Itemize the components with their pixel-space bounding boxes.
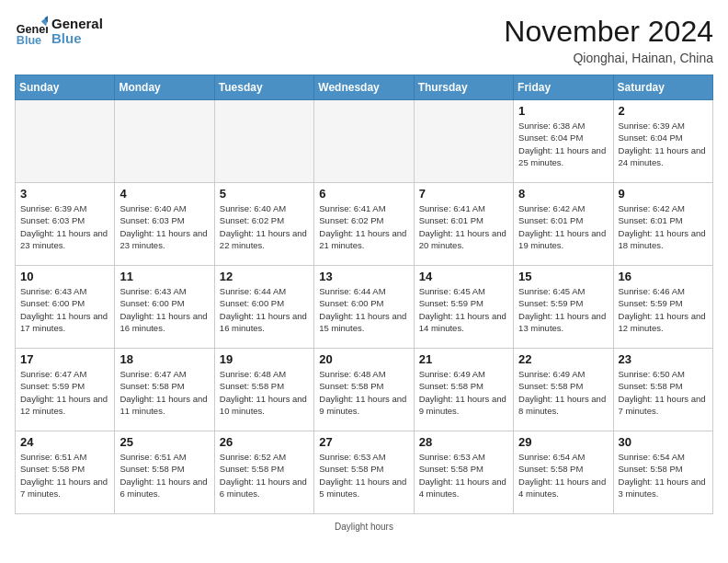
- calendar-cell: 28Sunrise: 6:53 AMSunset: 5:58 PMDayligh…: [414, 431, 513, 514]
- day-header-saturday: Saturday: [613, 75, 712, 100]
- day-number: 6: [319, 187, 408, 201]
- svg-text:Blue: Blue: [17, 34, 41, 47]
- day-number: 29: [518, 435, 608, 449]
- calendar-cell: 4Sunrise: 6:40 AMSunset: 6:03 PMDaylight…: [115, 183, 214, 266]
- day-number: 10: [20, 270, 109, 283]
- calendar-cell: 20Sunrise: 6:48 AMSunset: 5:58 PMDayligh…: [314, 349, 414, 431]
- day-detail: Sunrise: 6:48 AMSunset: 5:58 PMDaylight:…: [319, 368, 408, 417]
- day-detail: Sunrise: 6:51 AMSunset: 5:58 PMDaylight:…: [119, 451, 209, 500]
- day-detail: Sunrise: 6:54 AMSunset: 5:58 PMDaylight:…: [518, 451, 608, 500]
- day-headers: SundayMondayTuesdayWednesdayThursdayFrid…: [16, 75, 713, 100]
- day-detail: Sunrise: 6:49 AMSunset: 5:58 PMDaylight:…: [518, 368, 608, 417]
- calendar-cell: 6Sunrise: 6:41 AMSunset: 6:02 PMDaylight…: [314, 183, 414, 266]
- day-detail: Sunrise: 6:39 AMSunset: 6:04 PMDaylight:…: [619, 120, 708, 168]
- day-number: 9: [619, 187, 708, 201]
- logo-icon: General Blue: [15, 15, 48, 48]
- day-detail: Sunrise: 6:38 AMSunset: 6:04 PMDaylight:…: [518, 120, 608, 168]
- calendar-cell: 12Sunrise: 6:44 AMSunset: 6:00 PMDayligh…: [214, 266, 313, 349]
- day-detail: Sunrise: 6:48 AMSunset: 5:58 PMDaylight:…: [220, 368, 309, 417]
- day-header-friday: Friday: [514, 75, 613, 100]
- day-number: 20: [319, 352, 408, 366]
- title-block: November 2024 Qionghai, Hainan, China: [504, 15, 713, 65]
- calendar-cell: [214, 100, 313, 183]
- calendar-cell: 19Sunrise: 6:48 AMSunset: 5:58 PMDayligh…: [214, 349, 313, 431]
- day-number: 28: [419, 435, 508, 449]
- day-detail: Sunrise: 6:40 AMSunset: 6:02 PMDaylight:…: [220, 202, 309, 251]
- calendar-cell: 7Sunrise: 6:41 AMSunset: 6:01 PMDaylight…: [414, 183, 513, 266]
- day-detail: Sunrise: 6:42 AMSunset: 6:01 PMDaylight:…: [518, 202, 608, 251]
- day-number: 1: [518, 104, 608, 118]
- logo-general: General: [51, 17, 103, 32]
- day-number: 23: [619, 352, 708, 366]
- calendar-cell: 16Sunrise: 6:46 AMSunset: 5:59 PMDayligh…: [613, 266, 712, 349]
- day-detail: Sunrise: 6:46 AMSunset: 5:59 PMDaylight:…: [619, 285, 708, 334]
- day-number: 27: [319, 435, 408, 449]
- day-detail: Sunrise: 6:49 AMSunset: 5:58 PMDaylight:…: [419, 368, 508, 417]
- calendar-cell: 15Sunrise: 6:45 AMSunset: 5:59 PMDayligh…: [514, 266, 613, 349]
- day-detail: Sunrise: 6:44 AMSunset: 6:00 PMDaylight:…: [319, 285, 408, 334]
- day-number: 8: [518, 187, 608, 201]
- day-detail: Sunrise: 6:47 AMSunset: 5:59 PMDaylight:…: [20, 368, 109, 417]
- calendar-cell: 2Sunrise: 6:39 AMSunset: 6:04 PMDaylight…: [613, 100, 712, 183]
- day-number: 16: [619, 270, 708, 283]
- day-header-tuesday: Tuesday: [214, 75, 313, 100]
- day-detail: Sunrise: 6:47 AMSunset: 5:58 PMDaylight:…: [119, 368, 209, 417]
- day-detail: Sunrise: 6:44 AMSunset: 6:00 PMDaylight:…: [220, 285, 309, 334]
- month-title: November 2024: [504, 15, 713, 49]
- daylight-note: Daylight hours: [15, 522, 713, 532]
- calendar-cell: 5Sunrise: 6:40 AMSunset: 6:02 PMDaylight…: [214, 183, 313, 266]
- day-number: 13: [319, 270, 408, 283]
- calendar-week-2: 3Sunrise: 6:39 AMSunset: 6:03 PMDaylight…: [16, 183, 713, 266]
- calendar-cell: 25Sunrise: 6:51 AMSunset: 5:58 PMDayligh…: [115, 431, 214, 514]
- day-number: 21: [419, 352, 508, 366]
- day-number: 18: [119, 352, 209, 366]
- day-number: 30: [619, 435, 708, 449]
- day-number: 15: [518, 270, 608, 283]
- calendar-cell: [16, 100, 115, 183]
- calendar-cell: 10Sunrise: 6:43 AMSunset: 6:00 PMDayligh…: [16, 266, 115, 349]
- day-number: 7: [419, 187, 508, 201]
- calendar-cell: [314, 100, 414, 183]
- calendar-cell: 30Sunrise: 6:54 AMSunset: 5:58 PMDayligh…: [613, 431, 712, 514]
- calendar-week-5: 24Sunrise: 6:51 AMSunset: 5:58 PMDayligh…: [16, 431, 713, 514]
- calendar-cell: 23Sunrise: 6:50 AMSunset: 5:58 PMDayligh…: [613, 349, 712, 431]
- day-header-monday: Monday: [115, 75, 214, 100]
- calendar-cell: 24Sunrise: 6:51 AMSunset: 5:58 PMDayligh…: [16, 431, 115, 514]
- logo-blue: Blue: [51, 31, 103, 47]
- day-number: 19: [220, 352, 309, 366]
- day-number: 2: [619, 104, 708, 118]
- calendar-cell: 1Sunrise: 6:38 AMSunset: 6:04 PMDaylight…: [514, 100, 613, 183]
- day-detail: Sunrise: 6:40 AMSunset: 6:03 PMDaylight:…: [119, 202, 209, 251]
- calendar-cell: 27Sunrise: 6:53 AMSunset: 5:58 PMDayligh…: [314, 431, 414, 514]
- day-detail: Sunrise: 6:53 AMSunset: 5:58 PMDaylight:…: [319, 451, 408, 500]
- day-number: 22: [518, 352, 608, 366]
- calendar-week-1: 1Sunrise: 6:38 AMSunset: 6:04 PMDaylight…: [16, 100, 713, 183]
- day-detail: Sunrise: 6:39 AMSunset: 6:03 PMDaylight:…: [20, 202, 109, 251]
- calendar-cell: 18Sunrise: 6:47 AMSunset: 5:58 PMDayligh…: [115, 349, 214, 431]
- day-detail: Sunrise: 6:43 AMSunset: 6:00 PMDaylight:…: [20, 285, 109, 334]
- calendar-cell: 9Sunrise: 6:42 AMSunset: 6:01 PMDaylight…: [613, 183, 712, 266]
- calendar-cell: [115, 100, 214, 183]
- day-number: 4: [119, 187, 209, 201]
- calendar-cell: 3Sunrise: 6:39 AMSunset: 6:03 PMDaylight…: [16, 183, 115, 266]
- day-header-sunday: Sunday: [16, 75, 115, 100]
- day-detail: Sunrise: 6:43 AMSunset: 6:00 PMDaylight:…: [119, 285, 209, 334]
- calendar-week-3: 10Sunrise: 6:43 AMSunset: 6:00 PMDayligh…: [16, 266, 713, 349]
- day-number: 24: [20, 435, 109, 449]
- calendar-cell: 21Sunrise: 6:49 AMSunset: 5:58 PMDayligh…: [414, 349, 513, 431]
- calendar-week-4: 17Sunrise: 6:47 AMSunset: 5:59 PMDayligh…: [16, 349, 713, 431]
- calendar-cell: 13Sunrise: 6:44 AMSunset: 6:00 PMDayligh…: [314, 266, 414, 349]
- day-number: 25: [119, 435, 209, 449]
- day-detail: Sunrise: 6:52 AMSunset: 5:58 PMDaylight:…: [220, 451, 309, 500]
- day-number: 17: [20, 352, 109, 366]
- day-detail: Sunrise: 6:42 AMSunset: 6:01 PMDaylight:…: [619, 202, 708, 251]
- calendar-cell: 8Sunrise: 6:42 AMSunset: 6:01 PMDaylight…: [514, 183, 613, 266]
- day-number: 3: [20, 187, 109, 201]
- header: General Blue General Blue November 2024 …: [15, 15, 713, 65]
- calendar-cell: [414, 100, 513, 183]
- day-detail: Sunrise: 6:50 AMSunset: 5:58 PMDaylight:…: [619, 368, 708, 417]
- location: Qionghai, Hainan, China: [504, 51, 713, 65]
- logo: General Blue General Blue: [15, 15, 103, 48]
- day-number: 5: [220, 187, 309, 201]
- day-number: 26: [220, 435, 309, 449]
